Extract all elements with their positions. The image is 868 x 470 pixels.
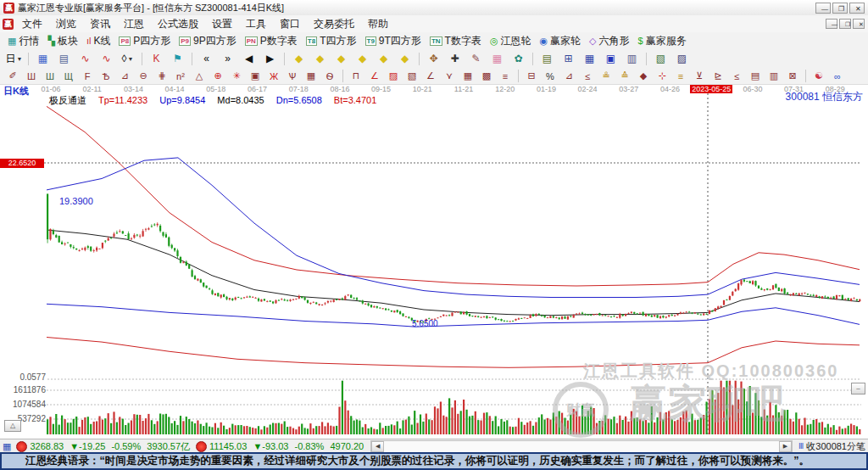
box-x-button[interactable]: ⊠: [784, 69, 802, 84]
angle-ruler-button[interactable]: ⊿: [116, 69, 134, 84]
pane-collapse-button[interactable]: △: [4, 420, 21, 432]
zhe-tool-button[interactable]: Ж: [265, 69, 283, 84]
scroll-left-arrow[interactable]: ◀: [371, 441, 384, 452]
tick-chart-label[interactable]: 收300081分笔: [806, 440, 865, 453]
wave-small-button[interactable]: ∿: [75, 50, 95, 67]
le-strike-button[interactable]: ≤: [728, 69, 746, 84]
target-red-button[interactable]: ⊕: [209, 69, 227, 84]
fibonacci-button[interactable]: F: [79, 69, 97, 84]
diamond-right-button[interactable]: ◆: [353, 50, 372, 67]
yinyang-button[interactable]: ☯: [810, 69, 828, 84]
dense-grid-button[interactable]: ▦: [459, 69, 477, 84]
calendar-button[interactable]: ▤: [537, 50, 557, 67]
toolbar-item-gann-wheel[interactable]: ◎江恩轮: [486, 32, 536, 49]
horizontal-scrollbar[interactable]: ◀ ▶: [370, 440, 793, 453]
menu-item-公式选股[interactable]: 公式选股: [151, 15, 205, 32]
scroll-right-arrow[interactable]: ▶: [779, 441, 792, 452]
wave-large-button[interactable]: ∿: [97, 50, 116, 67]
net-recv-button[interactable]: ▨: [672, 50, 692, 67]
gate-tool-button[interactable]: ⊓: [348, 69, 365, 84]
toolbar-item-9p-square[interactable]: P99P四方形: [175, 32, 240, 49]
toolbar-item-9t-square[interactable]: T99T四方形: [361, 32, 426, 49]
diamond-left-button[interactable]: ◆: [331, 50, 351, 67]
diamond-in-button[interactable]: ◆: [374, 50, 393, 67]
scale-dropdown-button[interactable]: ◊▼: [118, 50, 137, 67]
box-tool-button[interactable]: ▣: [247, 69, 264, 84]
next-bar-button[interactable]: ▶: [260, 50, 280, 67]
shade-2-button[interactable]: ▧: [403, 69, 421, 84]
menu-item-文件[interactable]: 文件: [15, 15, 49, 32]
restore-button[interactable]: ❐: [832, 3, 848, 14]
grid-tool-button[interactable]: ▦: [303, 69, 320, 84]
first-page-button[interactable]: «: [197, 50, 216, 67]
n-square-button[interactable]: n²: [172, 69, 190, 84]
chart-window-button[interactable]: ▦: [33, 50, 53, 67]
table-a-button[interactable]: ▤: [747, 69, 765, 84]
toolbar-item-sectors[interactable]: ▚板块: [43, 32, 81, 49]
gann-lines-3-button[interactable]: Щ: [60, 69, 78, 84]
double-k-button[interactable]: K: [147, 50, 166, 67]
parallel-button[interactable]: ≡: [497, 69, 515, 84]
pen-tool-button[interactable]: ✎: [466, 50, 486, 67]
gold-level-button[interactable]: ≙: [616, 69, 634, 84]
table-b-button[interactable]: ▥: [765, 69, 783, 84]
shade-1-button[interactable]: ▨: [385, 69, 403, 84]
infinity-button[interactable]: ∞: [829, 69, 847, 84]
menu-item-交易委托[interactable]: 交易委托: [307, 15, 361, 32]
f-slope-button[interactable]: ⊵: [709, 69, 727, 84]
gann-lines-1-button[interactable]: Ш: [23, 69, 41, 84]
last-page-button[interactable]: »: [218, 50, 237, 67]
pan-hand-button[interactable]: ✥: [424, 50, 443, 67]
calculator-button[interactable]: ⊞: [559, 50, 578, 67]
bar-count-button[interactable]: ⋕: [153, 69, 171, 84]
circle-arrow-button[interactable]: ⊖: [135, 69, 153, 84]
triangle-tool-button[interactable]: △: [191, 69, 209, 84]
close-button[interactable]: ✕: [849, 3, 865, 14]
save-table-button[interactable]: ▦: [580, 50, 599, 67]
menu-item-帮助[interactable]: 帮助: [361, 15, 395, 32]
plus-dot-button[interactable]: ⊹: [654, 69, 671, 84]
pane-expand-button[interactable]: –: [851, 383, 865, 394]
vee-tool-button[interactable]: ⊻: [691, 69, 709, 84]
percent-button[interactable]: %: [542, 69, 559, 84]
ray-fan-button[interactable]: ∠: [366, 69, 384, 84]
one-diamond-button[interactable]: ◆: [635, 69, 653, 84]
menu-item-浏览[interactable]: 浏览: [49, 15, 83, 32]
diamond-out-button[interactable]: ◆: [395, 50, 415, 67]
mdi-minimize-button[interactable]: —: [826, 19, 837, 29]
net-send-button[interactable]: ▧: [651, 50, 670, 67]
diamond-up-button[interactable]: ◆: [289, 50, 309, 67]
quote-board-button[interactable]: ▤: [54, 50, 74, 67]
star-red-button[interactable]: ✳: [228, 69, 246, 84]
gold-lines-button[interactable]: ≡: [672, 69, 690, 84]
toolbar-item-winner-wheel[interactable]: ◉赢家轮: [536, 32, 586, 49]
ratio-box-button[interactable]: ⊟: [523, 69, 541, 84]
prev-bar-button[interactable]: ◀: [239, 50, 259, 67]
mdi-close-button[interactable]: ✕: [853, 19, 865, 29]
swirl-tool-button[interactable]: ✿: [509, 50, 528, 67]
draw-pen-button[interactable]: ✐: [4, 69, 22, 84]
percent-le-button[interactable]: ≤: [579, 69, 597, 84]
psi-tool-button[interactable]: Ѱ: [284, 69, 302, 84]
flag-tool-button[interactable]: ⚑: [168, 50, 187, 67]
angle-tool-button[interactable]: ∠: [422, 69, 440, 84]
minimize-button[interactable]: —: [815, 3, 831, 14]
gold-ring-button[interactable]: ≗: [598, 69, 615, 84]
mdi-restore-button[interactable]: ❐: [839, 19, 851, 29]
save-disk-button[interactable]: ▣: [601, 50, 620, 67]
toolbar-item-hexagon[interactable]: ◇六角形: [585, 32, 633, 49]
menu-item-资讯[interactable]: 资讯: [83, 15, 117, 32]
print-button[interactable]: ▥: [622, 50, 642, 67]
wave-check-button[interactable]: ⋎: [441, 69, 459, 84]
hatch-grid-button[interactable]: ▩: [478, 69, 496, 84]
period-dropdown-button[interactable]: 日▼: [4, 50, 24, 67]
menu-item-江恩[interactable]: 江恩: [117, 15, 151, 32]
theta-tool-button[interactable]: Ѳ: [321, 69, 339, 84]
five-tool-button[interactable]: Ѣ: [97, 69, 115, 84]
pink-grid-button[interactable]: ▦: [487, 50, 507, 67]
toolbar-item-kline[interactable]: ılK线: [82, 32, 115, 49]
menu-item-设置[interactable]: 设置: [205, 15, 239, 32]
menu-item-窗口[interactable]: 窗口: [273, 15, 307, 32]
toolbar-item-p-square[interactable]: P8P四方形: [114, 32, 175, 49]
toolbar-item-t-square[interactable]: T8T四方形: [302, 32, 361, 49]
